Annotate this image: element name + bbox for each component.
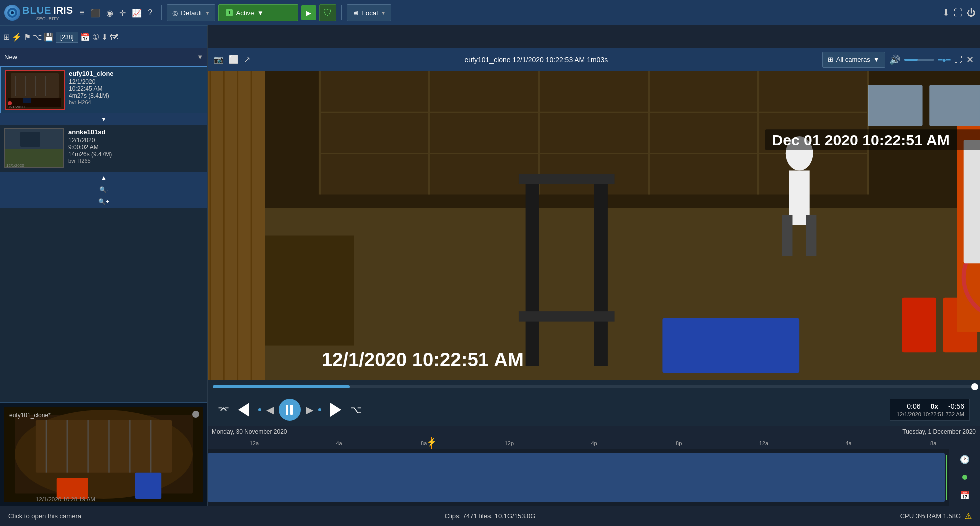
export-icon[interactable]: ↗: [244, 55, 250, 64]
live-thumb[interactable]: eufy101_clone* 12/1/2020 10:2: [4, 407, 203, 502]
svg-rect-4: [11, 73, 59, 98]
anchor-right-icon[interactable]: ⌥: [350, 404, 362, 416]
filter-header: New ▼: [0, 48, 207, 66]
help-icon[interactable]: ?: [148, 8, 152, 17]
monitor-icon: 🖥: [352, 9, 359, 17]
playback-controls: ⌤ ◀ ▶ ⌥ 0:06 0x -0:56 1: [208, 394, 980, 426]
time-display: 0:06 0x -0:56 12/1/2020 10:22:51.732 AM: [890, 399, 970, 421]
arrow-down-icon[interactable]: ⬇: [101, 32, 108, 42]
anchor-left-icon[interactable]: ⌤: [218, 404, 229, 416]
default-dropdown[interactable]: ◎ Default ▼: [167, 4, 215, 21]
pause-button[interactable]: [279, 399, 301, 421]
svg-text:12/1/2020: 12/1/2020: [6, 163, 24, 167]
flag-icon[interactable]: ⚑: [24, 32, 31, 42]
timeline-hour-12p: 12p: [466, 440, 552, 446]
graph-icon[interactable]: 📈: [132, 8, 142, 18]
shield-button[interactable]: 🛡: [319, 4, 336, 21]
svg-rect-45: [526, 174, 539, 366]
active-label: Active: [236, 9, 254, 17]
video-area: Dec 01 2020 10:22:51 AM 12/1/2020 10:22:…: [208, 71, 980, 380]
timeline-clock-icon[interactable]: 🕐: [960, 455, 970, 464]
progress-bar-area: [208, 380, 980, 394]
clip-time-1: 10:22:45 AM: [69, 85, 203, 92]
grid-icon[interactable]: ⊞: [3, 32, 10, 42]
filter-dropdown-icon[interactable]: ▼: [197, 53, 203, 61]
calendar-icon[interactable]: 📅: [80, 32, 90, 42]
rewind-button[interactable]: [238, 403, 249, 417]
clip-name-1: eufy101_clone: [69, 70, 203, 77]
status-right: CPU 3% RAM 1.58G ⚠: [651, 511, 972, 521]
expand-icon[interactable]: ⛶: [954, 55, 962, 64]
numbering-icon[interactable]: ①: [92, 32, 99, 42]
svg-rect-55: [662, 318, 799, 373]
timeline-marker-bolt: ⚡: [427, 437, 437, 447]
crop-icon[interactable]: ⬜: [229, 55, 239, 64]
clip-thumbnail: 12/1/2020: [4, 128, 64, 168]
clips-icon[interactable]: ⬛: [90, 8, 100, 18]
svg-rect-58: [208, 71, 265, 380]
svg-rect-67: [964, 140, 980, 263]
menu-icon[interactable]: ≡: [80, 8, 84, 17]
close-video-icon[interactable]: ✕: [966, 54, 974, 65]
all-cameras-button[interactable]: ⊞ All cameras ▼: [822, 52, 885, 68]
timeline-calendar-icon[interactable]: 📅: [960, 491, 970, 500]
timeline-right-controls: 🕐 📅: [949, 449, 980, 506]
volume-icon[interactable]: 🔊: [889, 54, 900, 65]
step-back-button[interactable]: ◀: [266, 404, 274, 416]
cameras-arrow-icon: ▼: [873, 56, 880, 63]
clip-time-2: 9:00:02 AM: [68, 144, 203, 151]
map-icon[interactable]: 🗺: [110, 33, 118, 42]
pause-bar-right: [290, 405, 293, 415]
timeline-hour-8a-right: 8a: [891, 440, 976, 446]
ptz-icon[interactable]: ✛: [119, 8, 126, 18]
local-label: Local: [362, 9, 378, 17]
scroll-up-button[interactable]: ▲: [0, 172, 207, 184]
zoom-out-button[interactable]: 🔍-: [0, 184, 207, 196]
clip-count: [238]: [56, 32, 78, 43]
grid-cameras-icon: ⊞: [828, 56, 833, 63]
scroll-down-button[interactable]: ▼: [0, 113, 207, 125]
play-button[interactable]: ▶: [301, 5, 316, 20]
svg-rect-52: [806, 215, 817, 256]
volume-slider[interactable]: [904, 59, 934, 61]
svg-text:12/1/2020: 12/1/2020: [7, 105, 25, 109]
zoom-in-button[interactable]: 🔍+: [0, 196, 207, 208]
timeline-hours[interactable]: 12a 4a 8a 12p 4p 8p 12a 4a 8a ⚡: [208, 437, 980, 449]
svg-text:12/1/2020  10:22:51  AM: 12/1/2020 10:22:51 AM: [322, 349, 524, 370]
clip-codec-2: bvr H265: [68, 158, 203, 164]
all-cameras-label: All cameras: [836, 56, 870, 63]
local-dropdown[interactable]: 🖥 Local ▼: [347, 4, 391, 21]
brightness-slider[interactable]: ━●━: [938, 56, 950, 64]
app-logo-icon: [4, 5, 20, 21]
warning-icon: ⚠: [965, 511, 972, 521]
download-icon[interactable]: ⬇: [942, 7, 950, 18]
default-icon: ◎: [172, 9, 178, 17]
timeline-date-right: Tuesday, 1 December 2020: [902, 428, 976, 435]
flash-icon[interactable]: ⚡: [12, 32, 22, 42]
fast-forward-button[interactable]: [330, 403, 341, 417]
timeline-hour-4p: 4p: [552, 440, 637, 446]
clip-item[interactable]: 12/1/2020 annke101sd 12/1/2020 9:00:02 A…: [0, 125, 207, 172]
svg-text:12/1/2020 10:28:19 AM: 12/1/2020 10:28:19 AM: [36, 496, 95, 502]
active-dropdown[interactable]: 1 Active ▼: [218, 4, 298, 21]
logo-security: SECURITY: [22, 16, 73, 21]
save-icon[interactable]: 💾: [44, 32, 54, 42]
timeline-hour-12a-right: 12a: [721, 440, 806, 446]
active-number: 1: [226, 9, 233, 16]
step-forward-button[interactable]: ▶: [306, 404, 313, 416]
timeline-hour-4a-left: 4a: [297, 440, 382, 446]
top-bar: BLUE IRIS SECURITY ≡ ⬛ ◉ ✛ 📈 ? ◎ Default…: [0, 0, 980, 25]
camera-capture-icon[interactable]: 📷: [214, 55, 224, 64]
main-content: New ▼: [0, 48, 980, 506]
time-remaining: -0:56: [948, 402, 964, 410]
timeline-hour-8a: 8a: [381, 440, 466, 446]
schedule-icon[interactable]: ◉: [106, 8, 113, 18]
power-icon[interactable]: ⏻: [967, 8, 976, 18]
progress-track[interactable]: [213, 385, 975, 388]
timeline-content[interactable]: 🕐 📅: [208, 449, 980, 506]
branch-icon[interactable]: ⌥: [33, 32, 42, 42]
clip-item[interactable]: 12/1/2020 eufy101_clone 12/1/2020 10:22:…: [0, 66, 207, 113]
separator-1: [161, 5, 162, 20]
fullscreen-icon[interactable]: ⛶: [954, 8, 963, 18]
progress-thumb[interactable]: [971, 383, 978, 390]
